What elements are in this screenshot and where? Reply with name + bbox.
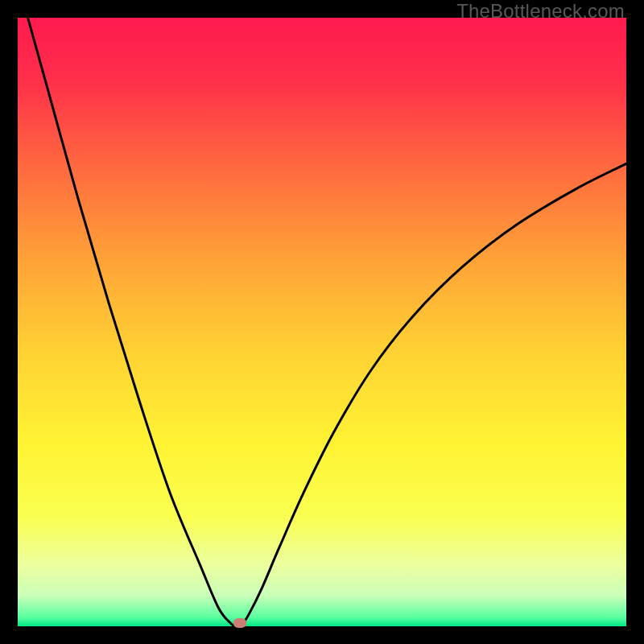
bottleneck-curve-path [18, 0, 626, 626]
bottleneck-curve [18, 18, 626, 626]
chart-frame [18, 18, 626, 626]
optimal-point-marker [233, 618, 246, 628]
